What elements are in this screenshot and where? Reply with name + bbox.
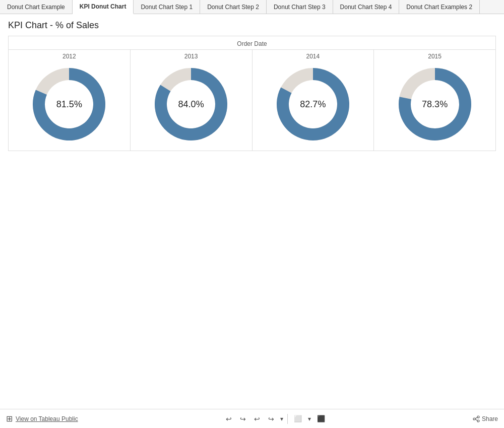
page-content: KPI Chart - % of Sales Order Date 201281… (0, 14, 504, 151)
donut-label-2013: 84.0% (178, 99, 204, 110)
donut-chart-2015: 78.3% (395, 64, 475, 145)
chart-cell-2014: 201482.7% (253, 50, 374, 151)
chart-cell-2013: 201384.0% (131, 50, 253, 151)
chart-area: Order Date 201281.5%201384.0%201482.7%20… (8, 36, 496, 151)
charts-row: 201281.5%201384.0%201482.7%201578.3% (9, 50, 495, 151)
share-button[interactable]: Share (473, 415, 498, 422)
download-button[interactable]: ⬛ (315, 414, 327, 423)
redo2-button[interactable]: ↪ (266, 414, 276, 424)
svg-line-3 (475, 417, 477, 418)
svg-point-1 (477, 420, 479, 422)
year-label-2013: 2013 (131, 53, 252, 60)
redo-button[interactable]: ↪ (238, 414, 248, 424)
footer-divider (287, 414, 288, 424)
order-date-label: Order Date (9, 36, 495, 50)
donut-label-2014: 82.7% (300, 99, 326, 110)
chart-cell-2012: 201281.5% (9, 50, 131, 151)
tab-2[interactable]: Donut Chart Step 1 (134, 0, 200, 14)
year-label-2015: 2015 (374, 53, 495, 60)
tab-0[interactable]: Donut Chart Example (0, 0, 73, 14)
year-label-2012: 2012 (9, 53, 130, 60)
undo-button[interactable]: ↩ (224, 414, 234, 424)
tab-3[interactable]: Donut Chart Step 2 (200, 0, 267, 14)
donut-chart-2012: 81.5% (29, 64, 109, 145)
svg-point-2 (473, 418, 475, 420)
page-title: KPI Chart - % of Sales (8, 20, 496, 31)
footer-center: ↩ ↪ ↩ ↪ ▾ ⬜ ▾ ⬛ (78, 414, 473, 424)
share-icon (473, 415, 480, 422)
embed-dropdown-icon[interactable]: ▾ (308, 415, 311, 422)
tableau-icon: ⊞ (6, 414, 13, 423)
tab-6[interactable]: Donut Chart Examples 2 (399, 0, 480, 14)
donut-label-2012: 81.5% (56, 99, 82, 110)
tab-bar: Donut Chart ExampleKPI Donut ChartDonut … (0, 0, 504, 14)
footer-dropdown-icon[interactable]: ▾ (280, 415, 283, 422)
svg-line-4 (475, 419, 477, 420)
year-label-2014: 2014 (253, 53, 374, 60)
footer-right: Share (473, 415, 498, 422)
donut-label-2015: 78.3% (422, 99, 448, 110)
donut-chart-2014: 82.7% (273, 64, 353, 145)
donut-chart-2013: 84.0% (151, 64, 231, 145)
embed-button[interactable]: ⬜ (292, 414, 304, 423)
chart-cell-2015: 201578.3% (374, 50, 495, 151)
footer-left: ⊞ View on Tableau Public (6, 414, 78, 423)
tab-1[interactable]: KPI Donut Chart (73, 0, 134, 14)
svg-point-0 (477, 416, 479, 418)
share-label: Share (482, 415, 498, 422)
undo2-button[interactable]: ↩ (252, 414, 262, 424)
tab-5[interactable]: Donut Chart Step 4 (333, 0, 400, 14)
footer: ⊞ View on Tableau Public ↩ ↪ ↩ ↪ ▾ ⬜ ▾ ⬛… (0, 409, 504, 428)
tab-4[interactable]: Donut Chart Step 3 (267, 0, 333, 14)
view-on-tableau-label[interactable]: View on Tableau Public (16, 415, 78, 422)
